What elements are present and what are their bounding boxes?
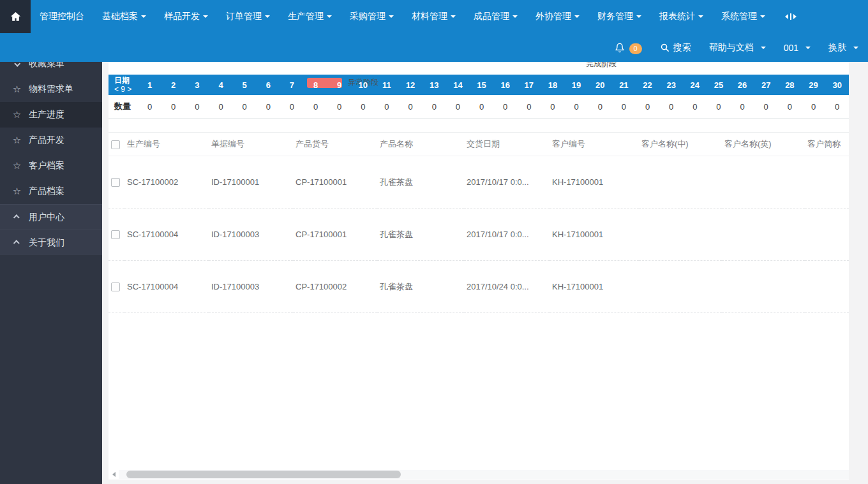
nav-item-label: 系统管理 xyxy=(721,11,757,22)
nav-item-2[interactable]: 基础档案 xyxy=(93,0,155,33)
notifications-button[interactable]: 0 xyxy=(615,42,642,53)
sidebar-item-label: 产品档案 xyxy=(29,186,64,197)
chevron-down-glyph xyxy=(14,62,20,66)
table-cell xyxy=(722,209,805,261)
chevron-down-icon xyxy=(327,15,332,18)
skin-menu[interactable]: 换肤 xyxy=(828,42,858,54)
day-header-cell: 25 xyxy=(707,75,730,95)
scrollbar-track[interactable] xyxy=(119,470,849,479)
row-checkbox-cell xyxy=(108,261,124,313)
quantity-cell: 0 xyxy=(304,95,327,118)
nav-item-5[interactable]: 生产管理 xyxy=(279,0,341,33)
nav-item-label: 生产管理 xyxy=(288,11,324,22)
nav-item-10[interactable]: 财务管理 xyxy=(588,0,650,33)
date-pager[interactable]: < 9 > xyxy=(114,85,138,94)
nav-item-3[interactable]: 样品开发 xyxy=(155,0,217,33)
nav-item-11[interactable]: 报表统计 xyxy=(650,0,712,33)
star-icon: ☆ xyxy=(11,160,22,172)
chevron-up-icon xyxy=(11,240,22,245)
chevron-down-icon xyxy=(451,15,456,18)
scrollbar-thumb[interactable] xyxy=(126,471,401,478)
column-header: 单据编号 xyxy=(209,133,293,156)
quantity-cell: 0 xyxy=(327,95,351,118)
quantity-cell: 0 xyxy=(470,95,493,118)
day-header-cell: 30 xyxy=(825,75,849,95)
table-cell: KH-17100001 xyxy=(550,209,639,261)
production-table: 生产编号单据编号产品货号产品名称交货日期客户编号客户名称(中)客户名称(英)客户… xyxy=(108,132,849,313)
day-header-cell: 21 xyxy=(612,75,636,95)
nav-item-9[interactable]: 外协管理 xyxy=(527,0,588,33)
sidebar-item-6[interactable]: ☆产品档案 xyxy=(0,179,102,204)
table-row[interactable]: SC-17100004ID-17100003CP-17100002孔雀茶盘201… xyxy=(108,261,849,313)
sidebar-item-4[interactable]: ☆产品开发 xyxy=(0,128,102,153)
top-navbar: 管理控制台基础档案样品开发订单管理生产管理采购管理材料管理成品管理外协管理财务管… xyxy=(0,0,868,33)
nav-item-1[interactable]: 管理控制台 xyxy=(31,0,93,33)
chevron-down-icon xyxy=(141,15,146,18)
column-header: 生产编号 xyxy=(124,133,209,156)
sidebar-item-7[interactable]: 用户中心 xyxy=(0,204,102,230)
table-cell xyxy=(639,209,722,261)
day-header-cell: 7 xyxy=(280,75,304,95)
nav-item-7[interactable]: 材料管理 xyxy=(403,0,465,33)
row-checkbox[interactable] xyxy=(111,282,120,291)
quantity-cell: 0 xyxy=(802,95,825,118)
table-cell: SC-17100002 xyxy=(124,156,209,209)
nav-item-12[interactable]: 系统管理 xyxy=(712,0,774,33)
triangle-right-icon xyxy=(793,14,797,19)
quantity-cell: 0 xyxy=(754,95,778,118)
day-headers: 1234567891011121314151617181920212223242… xyxy=(138,75,849,95)
sidebar-item-3[interactable]: ☆生产进度 xyxy=(0,102,102,128)
chevron-down-icon xyxy=(636,15,641,18)
chevron-down-icon xyxy=(853,47,858,49)
quantity-cell: 0 xyxy=(257,95,280,118)
sidebar-item-2[interactable]: ☆物料需求单 xyxy=(0,77,102,102)
sidebar-item-1[interactable]: 收藏菜单 xyxy=(0,62,102,77)
star-icon: ☆ xyxy=(11,186,22,197)
table-cell: 孔雀茶盘 xyxy=(377,209,464,261)
sidebar-item-label: 客户档案 xyxy=(29,160,64,172)
table-row[interactable]: SC-17100004ID-17100003CP-17100001孔雀茶盘201… xyxy=(108,209,849,261)
chevron-down-icon xyxy=(389,15,394,18)
column-header: 客户简称 xyxy=(805,133,849,156)
row-checkbox-cell xyxy=(108,209,124,261)
user-menu[interactable]: 001 xyxy=(784,43,811,53)
select-all-checkbox[interactable] xyxy=(111,140,120,149)
nav-item-6[interactable]: 采购管理 xyxy=(341,0,403,33)
nav-item-8[interactable]: 成品管理 xyxy=(465,0,527,33)
column-header: 交货日期 xyxy=(464,133,550,156)
menu-collapse-toggle[interactable] xyxy=(785,0,797,33)
table-row[interactable]: SC-17100002ID-17100001CP-17100001孔雀茶盘201… xyxy=(108,156,849,209)
chevron-down-icon xyxy=(11,62,22,66)
chevron-down-icon xyxy=(760,15,765,18)
day-header-cell: 5 xyxy=(233,75,257,95)
day-header-cell: 1 xyxy=(138,75,161,95)
sidebar-item-5[interactable]: ☆客户档案 xyxy=(0,153,102,179)
table-cell: 2017/10/24 0:0... xyxy=(464,261,550,313)
scroll-left-button[interactable] xyxy=(108,472,119,477)
home-button[interactable] xyxy=(0,0,31,33)
user-menu-label: 001 xyxy=(784,43,798,53)
quantity-cell: 0 xyxy=(446,95,470,118)
day-header-cell: 3 xyxy=(185,75,209,95)
row-checkbox[interactable] xyxy=(111,230,120,239)
help-menu[interactable]: 帮助与文档 xyxy=(709,42,766,54)
quantity-cell: 0 xyxy=(280,95,304,118)
quantity-cell: 0 xyxy=(493,95,517,118)
quantity-cell: 0 xyxy=(541,95,564,118)
chevron-down-icon xyxy=(698,15,703,18)
quantity-cell: 0 xyxy=(612,95,636,118)
table-cell: SC-17100004 xyxy=(124,261,209,313)
nav-item-4[interactable]: 订单管理 xyxy=(217,0,279,33)
day-header-cell: 23 xyxy=(659,75,683,95)
content-panel: 完成阶段 异常阶段 日期 < 9 > 123456789101112131415… xyxy=(108,62,849,480)
date-label: 日期 xyxy=(114,76,138,85)
day-header-cell: 29 xyxy=(802,75,825,95)
column-header: 客户编号 xyxy=(550,133,639,156)
nav-item-label: 样品开发 xyxy=(164,11,200,22)
row-checkbox[interactable] xyxy=(111,178,120,187)
day-header-cell: 22 xyxy=(636,75,659,95)
sidebar-item-8[interactable]: 关于我们 xyxy=(0,230,102,255)
table-cell: 2017/10/17 0:0... xyxy=(464,156,550,209)
search-button[interactable]: 搜索 xyxy=(660,42,691,54)
day-header-cell: 27 xyxy=(754,75,778,95)
